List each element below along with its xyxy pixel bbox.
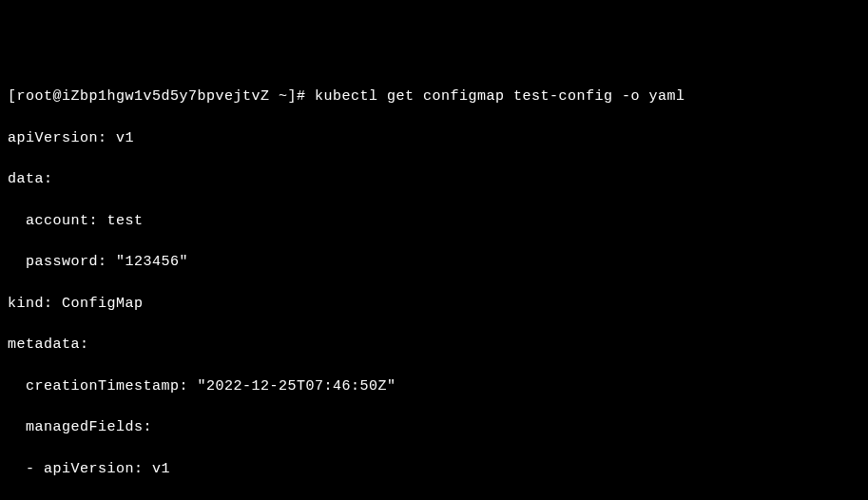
output-line: password: "123456" [8,252,860,273]
typed-command: kubectl get configmap test-config -o yam… [315,88,685,105]
output-line: data: [8,169,860,190]
command-line: [root@iZbp1hgw1v5d5y7bpvejtvZ ~]# kubect… [8,87,860,107]
output-line: apiVersion: v1 [8,128,860,149]
output-line: metadata: [8,335,860,356]
output-line: kind: ConfigMap [8,294,860,315]
output-line: - apiVersion: v1 [8,459,860,480]
shell-prompt: [root@iZbp1hgw1v5d5y7bpvejtvZ ~]# [8,88,315,105]
output-line: creationTimestamp: "2022-12-25T07:46:50Z… [8,376,860,397]
output-line: account: test [8,211,860,232]
output-line: managedFields: [8,417,860,438]
